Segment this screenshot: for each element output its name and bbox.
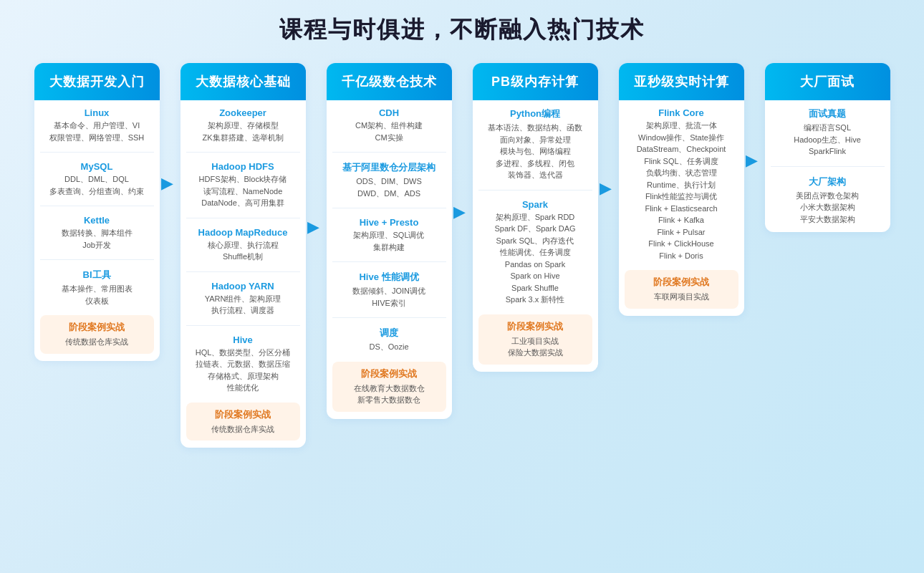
topic-desc-2-2: 架构原理、SQL调优 集群构建 (332, 229, 446, 253)
topic-block-5-1: 大厂架构美团点评数仓架构 小米大数据架构 平安大数据架构 (771, 175, 885, 226)
column-header-0: 大数据开发入门 (34, 63, 160, 100)
column-group-1: 大数据核心基础Zookeeper架构原理、存储模型 ZK集群搭建、选举机制Had… (181, 63, 321, 448)
column-1: 大数据核心基础Zookeeper架构原理、存储模型 ZK集群搭建、选举机制Had… (181, 63, 306, 448)
topic-desc-4-0: 架构原理、批流一体 Window操作、State操作 DataStream、Ch… (625, 120, 738, 261)
divider (478, 190, 592, 191)
topic-block-2-0: CDHCM架构、组件构建 CM实操 (332, 107, 446, 143)
topic-desc-1-1: HDFS架构、Block块存储 读写流程、NameNode DataNode、高… (186, 173, 300, 209)
divider (186, 218, 300, 218)
divider (40, 259, 154, 260)
column-3: PB级内存计算Python编程基本语法、数据结构、函数 面向对象、异常处理 模块… (473, 63, 598, 372)
topic-block-2-3: Hive 性能调优数据倾斜、JOIN调优 HIVE索引 (332, 271, 446, 309)
topic-title-2-4: 调度 (332, 327, 446, 340)
topic-title-2-2: Hive + Presto (332, 217, 446, 228)
column-body-3: Python编程基本语法、数据结构、函数 面向对象、异常处理 模块与包、网络编程… (473, 100, 598, 372)
column-header-3: PB级内存计算 (473, 63, 598, 100)
divider (186, 325, 300, 326)
column-body-5: 面试真题编程语言SQL Hadoop生态、Hive SparkFlink大厂架构… (765, 100, 890, 232)
column-body-0: Linux基本命令、用户管理、VI 权限管理、网络管理、SSHMySQLDDL、… (34, 100, 160, 361)
topic-title-0-0: Linux (40, 107, 154, 118)
case-title-4: 阶段案例实战 (629, 276, 734, 289)
topic-block-0-1: MySQLDDL、DML、DQL 多表查询、分组查询、约束 (40, 161, 154, 197)
divider (771, 166, 885, 167)
divider (332, 208, 446, 208)
case-title-2: 阶段案例实战 (337, 367, 442, 380)
topic-title-0-1: MySQL (40, 161, 154, 172)
topic-block-0-2: Kettle数据转换、脚本组件 Job开发 (40, 215, 154, 251)
arrow-0: ▶ (160, 174, 175, 193)
topic-title-3-0: Python编程 (478, 107, 592, 120)
topic-title-3-1: Spark (478, 199, 592, 210)
topic-desc-2-4: DS、Oozie (332, 341, 446, 353)
divider (186, 271, 300, 272)
topic-block-5-0: 面试真题编程语言SQL Hadoop生态、Hive SparkFlink (771, 107, 885, 158)
topic-desc-1-4: HQL、数据类型、分区分桶 拉链表、元数据、数据压缩 存储格式、原理架构 性能优… (186, 347, 300, 394)
column-header-2: 千亿级数仓技术 (327, 63, 452, 100)
case-title-0: 阶段案例实战 (44, 321, 150, 334)
column-header-5: 大厂面试 (765, 63, 890, 100)
arrow-4: ▶ (744, 151, 759, 170)
column-body-4: Flink Core架构原理、批流一体 Window操作、State操作 Dat… (619, 100, 744, 316)
column-5: 大厂面试面试真题编程语言SQL Hadoop生态、Hive SparkFlink… (765, 63, 890, 232)
topic-desc-2-1: ODS、DIM、DWS DWD、DM、ADS (332, 175, 446, 199)
divider (40, 152, 154, 153)
case-block-3: 阶段案例实战工业项目实战 保险大数据实战 (478, 314, 592, 365)
case-desc-3: 工业项目实战 保险大数据实战 (483, 335, 588, 359)
column-body-2: CDHCM架构、组件构建 CM实操基于阿里数仓分层架构ODS、DIM、DWS D… (327, 100, 452, 419)
topic-block-3-1: Spark架构原理、Spark RDD Spark DF、Spark DAG S… (478, 199, 592, 306)
topic-title-5-1: 大厂架构 (771, 175, 885, 188)
topic-desc-1-2: 核心原理、执行流程 Shuffle机制 (186, 239, 300, 263)
topic-title-2-0: CDH (332, 107, 446, 118)
column-0: 大数据开发入门Linux基本命令、用户管理、VI 权限管理、网络管理、SSHMy… (34, 63, 160, 361)
topic-block-1-1: Hadoop HDFSHDFS架构、Block块存储 读写流程、NameNode… (186, 161, 300, 209)
column-group-5: 大厂面试面试真题编程语言SQL Hadoop生态、Hive SparkFlink… (765, 63, 890, 232)
page-title: 课程与时俱进，不断融入热门技术 (14, 14, 910, 46)
column-group-2: 千亿级数仓技术CDHCM架构、组件构建 CM实操基于阿里数仓分层架构ODS、DI… (327, 63, 467, 419)
topic-block-1-2: Hadoop MapReduce核心原理、执行流程 Shuffle机制 (186, 227, 300, 263)
topic-title-0-3: BI工具 (40, 269, 154, 281)
column-header-4: 亚秒级实时计算 (619, 63, 744, 100)
divider (40, 206, 154, 206)
divider (332, 317, 446, 318)
case-desc-4: 车联网项目实战 (629, 291, 734, 303)
topic-block-2-1: 基于阿里数仓分层架构ODS、DIM、DWS DWD、DM、ADS (332, 161, 446, 199)
case-desc-0: 传统数据仓库实战 (44, 336, 150, 348)
topic-block-0-0: Linux基本命令、用户管理、VI 权限管理、网络管理、SSH (40, 107, 154, 143)
case-desc-1: 传统数据仓库实战 (191, 423, 296, 435)
topic-desc-0-0: 基本命令、用户管理、VI 权限管理、网络管理、SSH (40, 120, 154, 143)
topic-block-2-4: 调度DS、Oozie (332, 327, 446, 353)
topic-desc-0-1: DDL、DML、DQL 多表查询、分组查询、约束 (40, 173, 154, 197)
topic-title-2-1: 基于阿里数仓分层架构 (332, 161, 446, 174)
topic-title-1-3: Hadoop YARN (186, 281, 300, 292)
topic-block-3-0: Python编程基本语法、数据结构、函数 面向对象、异常处理 模块与包、网络编程… (478, 107, 592, 181)
topic-desc-3-0: 基本语法、数据结构、函数 面向对象、异常处理 模块与包、网络编程 多进程、多线程… (478, 122, 592, 181)
topic-desc-5-0: 编程语言SQL Hadoop生态、Hive SparkFlink (771, 122, 885, 158)
topic-desc-0-3: 基本操作、常用图表 仪表板 (40, 283, 154, 307)
arrow-3: ▶ (598, 179, 613, 198)
case-desc-2: 在线教育大数据数仓 新零售大数据数仓 (337, 382, 442, 406)
topic-block-1-3: Hadoop YARNYARN组件、架构原理 执行流程、调度器 (186, 281, 300, 317)
topic-title-1-2: Hadoop MapReduce (186, 227, 300, 238)
case-block-0: 阶段案例实战传统数据仓库实战 (40, 315, 154, 354)
topic-title-0-2: Kettle (40, 215, 154, 226)
topic-title-1-1: Hadoop HDFS (186, 161, 300, 172)
topic-desc-2-0: CM架构、组件构建 CM实操 (332, 120, 446, 143)
divider (332, 152, 446, 153)
column-2: 千亿级数仓技术CDHCM架构、组件构建 CM实操基于阿里数仓分层架构ODS、DI… (327, 63, 452, 419)
topic-desc-1-3: YARN组件、架构原理 执行流程、调度器 (186, 293, 300, 317)
topic-block-0-3: BI工具基本操作、常用图表 仪表板 (40, 269, 154, 307)
case-block-2: 阶段案例实战在线教育大数据数仓 新零售大数据数仓 (332, 362, 446, 412)
column-body-1: Zookeeper架构原理、存储模型 ZK集群搭建、选举机制Hadoop HDF… (181, 100, 306, 448)
case-title-3: 阶段案例实战 (483, 320, 588, 333)
topic-block-4-0: Flink Core架构原理、批流一体 Window操作、State操作 Dat… (625, 107, 738, 261)
column-group-3: PB级内存计算Python编程基本语法、数据结构、函数 面向对象、异常处理 模块… (473, 63, 613, 372)
case-block-1: 阶段案例实战传统数据仓库实战 (186, 403, 300, 441)
topic-title-2-3: Hive 性能调优 (332, 271, 446, 284)
divider (186, 152, 300, 153)
topic-block-1-4: HiveHQL、数据类型、分区分桶 拉链表、元数据、数据压缩 存储格式、原理架构… (186, 334, 300, 394)
case-block-4: 阶段案例实战车联网项目实战 (625, 270, 738, 309)
column-group-0: 大数据开发入门Linux基本命令、用户管理、VI 权限管理、网络管理、SSHMy… (34, 63, 175, 361)
topic-desc-3-1: 架构原理、Spark RDD Spark DF、Spark DAG Spark … (478, 211, 592, 306)
topic-desc-1-0: 架构原理、存储模型 ZK集群搭建、选举机制 (186, 120, 300, 143)
topic-title-4-0: Flink Core (625, 107, 738, 118)
